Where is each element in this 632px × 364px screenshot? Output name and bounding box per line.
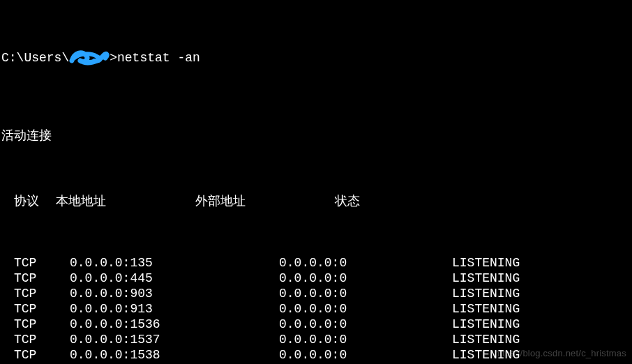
cell-foreign: 0.0.0.0:0	[279, 332, 452, 347]
cell-local: 0.0.0.0:1538	[70, 347, 279, 363]
table-row: TCP0.0.0.0:15360.0.0.0:0LISTENING	[1, 317, 631, 332]
cell-state: LISTENING	[452, 301, 592, 317]
cell-local: 0.0.0.0:135	[70, 255, 279, 271]
command-prompt-line[interactable]: C:\Users\ >netstat -an	[1, 50, 631, 66]
cell-state: LISTENING	[452, 255, 592, 271]
cell-state: LISTENING	[452, 271, 592, 286]
cell-proto: TCP	[14, 271, 70, 286]
cell-local: 0.0.0.0:903	[70, 286, 279, 301]
header-state: 状态	[335, 194, 474, 209]
command-text: >netstat -an	[110, 50, 200, 66]
cell-proto: TCP	[14, 347, 70, 363]
cell-foreign: 0.0.0.0:0	[279, 347, 452, 363]
terminal-window: C:\Users\ >netstat -an 活动连接 协议 本地地址 外部地址…	[0, 0, 632, 364]
table-header-row: 协议 本地地址 外部地址 状态	[1, 194, 631, 209]
redaction-scribble-icon	[69, 51, 110, 65]
header-proto: 协议	[14, 194, 56, 209]
header-foreign: 外部地址	[195, 194, 335, 209]
cell-local: 0.0.0.0:913	[70, 301, 279, 317]
cell-proto: TCP	[14, 332, 70, 347]
cell-state: LISTENING	[452, 286, 592, 301]
cell-foreign: 0.0.0.0:0	[279, 317, 452, 332]
table-row: TCP0.0.0.0:9130.0.0.0:0LISTENING	[1, 301, 631, 317]
cell-local: 0.0.0.0:1536	[70, 317, 279, 332]
cell-local: 0.0.0.0:445	[70, 271, 279, 286]
watermark-text: https://blog.csdn.net/c_hristmas	[495, 346, 626, 361]
header-local: 本地地址	[56, 194, 195, 209]
cell-foreign: 0.0.0.0:0	[279, 286, 452, 301]
table-row: TCP0.0.0.0:15370.0.0.0:0LISTENING	[1, 332, 631, 347]
table-row: TCP0.0.0.0:1350.0.0.0:0LISTENING	[1, 255, 631, 271]
cell-proto: TCP	[14, 286, 70, 301]
section-title: 活动连接	[1, 112, 631, 148]
cell-local: 0.0.0.0:1537	[70, 332, 279, 347]
cell-foreign: 0.0.0.0:0	[279, 255, 452, 271]
cell-proto: TCP	[14, 255, 70, 271]
table-row: TCP0.0.0.0:9030.0.0.0:0LISTENING	[1, 286, 631, 301]
table-row: TCP0.0.0.0:4450.0.0.0:0LISTENING	[1, 271, 631, 286]
cell-proto: TCP	[14, 317, 70, 332]
cell-proto: TCP	[14, 301, 70, 317]
cell-state: LISTENING	[452, 332, 592, 347]
prompt-prefix: C:\Users\	[1, 50, 69, 66]
cell-state: LISTENING	[452, 317, 592, 332]
cell-foreign: 0.0.0.0:0	[279, 301, 452, 317]
cell-foreign: 0.0.0.0:0	[279, 271, 452, 286]
